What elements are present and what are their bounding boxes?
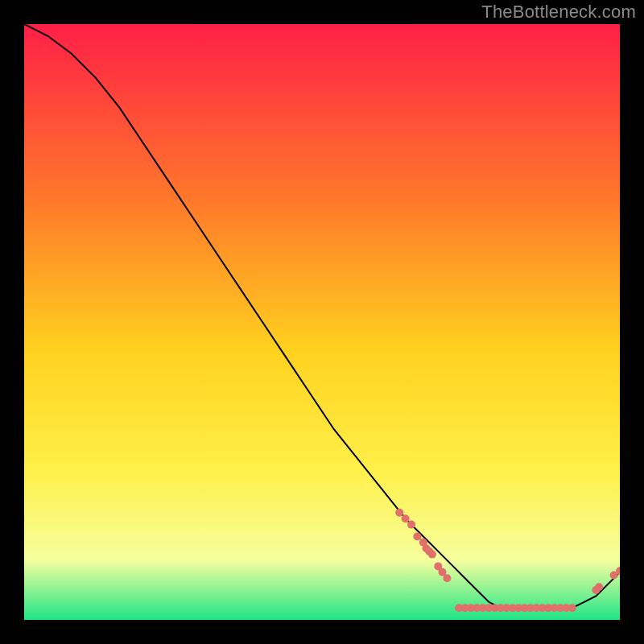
data-marker [413, 532, 421, 540]
data-marker [407, 521, 415, 529]
plot-area [24, 24, 620, 620]
chart-svg [24, 24, 620, 620]
data-marker [595, 583, 603, 591]
data-marker [568, 604, 576, 612]
data-marker [402, 514, 410, 522]
data-marker [395, 509, 403, 517]
gradient-background [24, 24, 620, 620]
watermark-text: TheBottleneck.com [481, 2, 636, 23]
chart-frame: TheBottleneck.com [0, 0, 644, 644]
data-marker [428, 551, 436, 559]
data-marker [443, 574, 451, 582]
